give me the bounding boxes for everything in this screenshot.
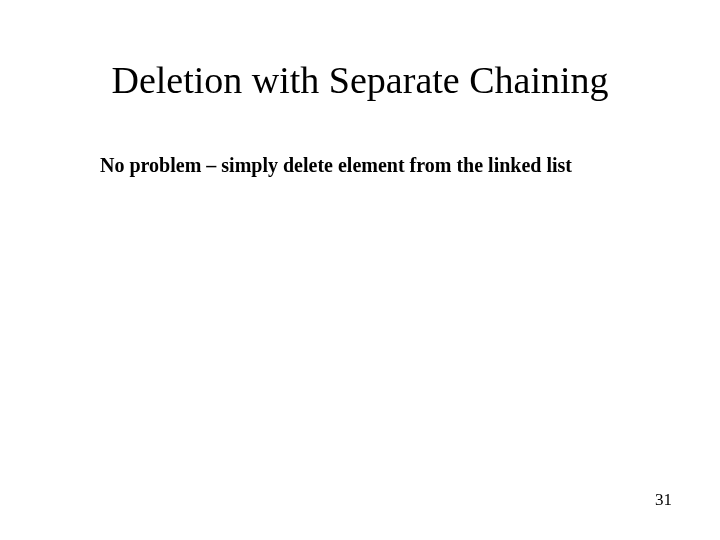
page-number: 31 (655, 490, 672, 510)
slide-body-text: No problem – simply delete element from … (26, 104, 720, 179)
slide-container: Deletion with Separate Chaining No probl… (0, 0, 720, 540)
slide-title: Deletion with Separate Chaining (0, 0, 720, 104)
